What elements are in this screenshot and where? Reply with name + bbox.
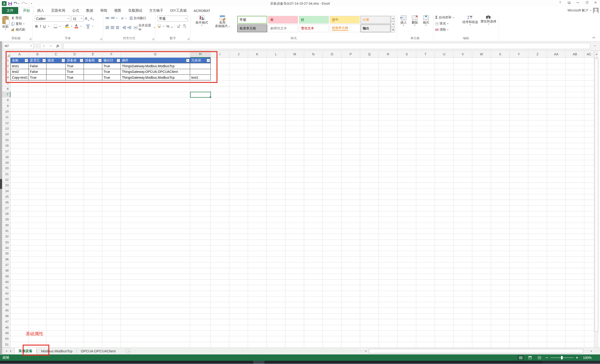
fill-button[interactable]: 填充 <box>435 21 455 26</box>
borders-dropdown-icon[interactable] <box>59 26 61 27</box>
zoom-out-button[interactable]: − <box>546 355 548 360</box>
align-left-icon[interactable] <box>106 26 109 29</box>
ribbon-tab-视图[interactable]: 视图 <box>111 7 125 14</box>
scroll-left-icon[interactable] <box>363 349 368 354</box>
font-color-button[interactable]: A <box>75 24 78 28</box>
paste-button[interactable]: 粘贴 <box>2 14 9 36</box>
borders-button[interactable] <box>54 25 57 28</box>
cell-style-calc[interactable]: 计算 <box>361 16 391 24</box>
underline-dropdown-icon[interactable] <box>48 26 49 27</box>
number-format-select[interactable]: 常规 <box>158 16 188 21</box>
column-header-O[interactable]: O <box>323 51 341 58</box>
ribbon-tab-方方格子[interactable]: 方方格子 <box>146 7 167 14</box>
column-header-AC[interactable]: AC <box>584 51 594 58</box>
gallery-up-icon[interactable] <box>391 16 395 21</box>
cell-style-bad[interactable]: 差 <box>268 16 298 24</box>
column-header-L[interactable]: L <box>267 51 285 58</box>
column-header-Z[interactable]: Z <box>528 51 547 58</box>
horizontal-scroll-thumb[interactable] <box>369 349 583 353</box>
font-family-select[interactable]: Calibri <box>35 16 70 21</box>
column-header-M[interactable]: M <box>285 51 304 58</box>
enter-formula-icon[interactable]: ✓ <box>47 44 54 48</box>
column-header-S[interactable]: S <box>397 51 416 58</box>
column-header-W[interactable]: W <box>472 51 491 58</box>
vertical-scroll-thumb[interactable] <box>595 58 598 332</box>
delete-cells-button[interactable]: 删除 <box>409 14 420 36</box>
bottom-align-icon[interactable] <box>116 18 117 19</box>
horizontal-scrollbar[interactable]: ⋮ <box>359 348 594 354</box>
column-header-R[interactable]: R <box>379 51 397 58</box>
phonetic-button[interactable]: wén文 <box>86 24 90 28</box>
redo-icon[interactable] <box>21 2 27 5</box>
conditional-formatting-button[interactable]: 条件格式 <box>192 14 212 36</box>
autosum-button[interactable]: Σ自动求和 <box>435 15 455 20</box>
left-dock-strip[interactable] <box>0 41 2 355</box>
column-header-P[interactable]: P <box>341 51 360 58</box>
phonetic-dropdown-icon[interactable] <box>92 26 94 27</box>
normal-view-button[interactable] <box>517 355 524 360</box>
customize-qat-icon[interactable] <box>31 3 32 4</box>
zoom-slider[interactable] <box>550 357 574 358</box>
cell-style-check[interactable]: 检查单元格 <box>237 25 267 32</box>
redo-dropdown-icon[interactable] <box>26 3 27 4</box>
column-header-J[interactable]: J <box>229 51 248 58</box>
middle-align-icon[interactable] <box>111 17 115 19</box>
next-sheet-icon[interactable] <box>10 350 11 352</box>
scroll-up-icon[interactable] <box>594 51 599 58</box>
ribbon-tab-页面布局[interactable]: 页面布局 <box>48 7 69 14</box>
vertical-scrollbar[interactable] <box>594 51 599 347</box>
copy-button[interactable]: 复制 <box>10 21 26 26</box>
cell-style-normal[interactable]: 常规 <box>237 16 267 24</box>
formula-bar-drag-dots[interactable]: ⋮ <box>35 44 38 48</box>
ribbon-tab-插入[interactable]: 插入 <box>34 7 48 14</box>
prev-sheet-icon[interactable] <box>6 350 7 352</box>
align-right-icon[interactable] <box>116 26 119 29</box>
top-align-icon[interactable] <box>106 17 109 19</box>
column-header-AB[interactable]: AB <box>566 51 584 58</box>
ribbon-tab-DIY工具箱[interactable]: DIY工具箱 <box>167 7 190 14</box>
fill-color-dropdown-icon[interactable] <box>71 26 72 27</box>
wrap-text-button[interactable]: 自动换行 <box>130 16 146 20</box>
format-as-table-button[interactable]: 套用表格格式 <box>212 14 233 36</box>
scrollbar-drag-dots[interactable]: ⋮ <box>359 350 362 353</box>
ribbon-tab-开始[interactable]: 开始 <box>19 7 34 14</box>
orientation-dropdown-icon[interactable] <box>125 18 127 19</box>
avatar[interactable] <box>593 8 599 13</box>
column-header-U[interactable]: U <box>435 51 454 58</box>
column-header-X[interactable]: X <box>491 51 510 58</box>
accounting-format-icon[interactable] <box>158 25 161 28</box>
account-area[interactable]: Microsoft 帐户 <box>568 7 599 14</box>
format-cells-button[interactable]: 格式 <box>420 14 431 36</box>
font-color-dropdown-icon[interactable] <box>80 26 82 27</box>
scroll-right-icon[interactable] <box>589 349 594 354</box>
sort-filter-button[interactable]: AZ 排序和筛选 <box>461 14 479 36</box>
percent-style-button[interactable]: % <box>166 24 169 28</box>
new-sheet-button[interactable]: + <box>126 348 130 355</box>
ribbon-display-options-icon[interactable] <box>564 0 573 5</box>
zoom-slider-thumb[interactable] <box>561 356 563 359</box>
cell-style-explain[interactable]: 解释性文本 <box>268 25 298 32</box>
column-header-K[interactable]: K <box>248 51 267 58</box>
font-size-select[interactable]: 11 <box>71 16 84 21</box>
expand-formula-bar-icon[interactable] <box>592 46 598 46</box>
zoom-in-button[interactable]: + <box>576 355 578 360</box>
name-box[interactable]: H7 <box>3 43 33 49</box>
column-header-T[interactable]: T <box>416 51 435 58</box>
ribbon-tab-审阅[interactable]: 审阅 <box>97 7 111 14</box>
page-layout-view-button[interactable] <box>527 355 533 360</box>
insert-cells-button[interactable]: 插入 <box>398 14 409 36</box>
cell-style-good[interactable]: 好 <box>299 16 329 24</box>
worksheet-grid[interactable]: ABCDEFGHIJKLMNOPQRSTUVWXYZAAABAC12345678… <box>0 51 600 347</box>
grow-font-button[interactable]: A <box>85 17 89 21</box>
bold-button[interactable]: B <box>35 24 38 28</box>
close-icon[interactable]: ✕ <box>591 0 600 5</box>
ribbon-tab-文件[interactable]: 文件 <box>2 7 18 14</box>
column-header-AA[interactable]: AA <box>547 51 566 58</box>
column-header-Q[interactable]: Q <box>360 51 379 58</box>
column-header-N[interactable]: N <box>304 51 323 58</box>
orientation-icon[interactable]: ab <box>120 16 124 20</box>
save-icon[interactable] <box>9 2 12 5</box>
minimize-icon[interactable] <box>573 0 582 5</box>
clear-button[interactable]: 清除 <box>435 27 455 32</box>
decrease-indent-icon[interactable] <box>123 26 126 29</box>
